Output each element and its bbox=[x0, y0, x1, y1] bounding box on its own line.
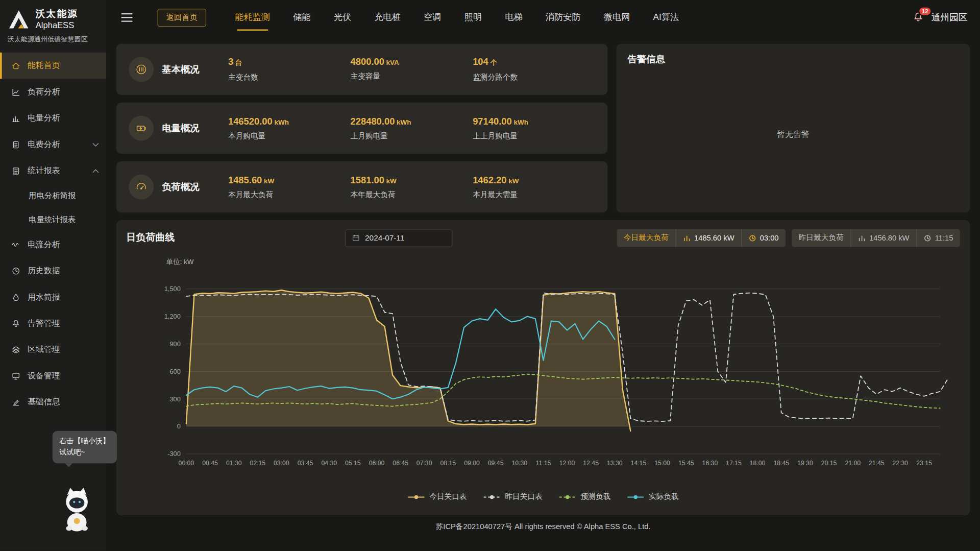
legend-item[interactable]: 实际负载 bbox=[627, 491, 679, 502]
sidebar-item-history-data[interactable]: 历史数据 bbox=[0, 257, 106, 283]
legend-item[interactable]: 预测负载 bbox=[559, 491, 611, 502]
sidebar-item-label: 负荷分析 bbox=[28, 86, 60, 98]
meter-icon bbox=[129, 57, 154, 82]
notification-bell[interactable]: 12 bbox=[912, 11, 924, 23]
stat: 228480.00kWh上月购电量 bbox=[351, 115, 473, 141]
gauge-icon bbox=[129, 175, 154, 200]
sidebar-item-report[interactable]: 统计报表 bbox=[0, 158, 106, 184]
water-icon bbox=[11, 292, 20, 301]
calendar-icon bbox=[352, 234, 360, 242]
footer: 苏ICP备2021040727号 All rights reserved © A… bbox=[116, 521, 970, 532]
overview-row: 基本概况3台主变台数4800.00kVA主变容量104个监测分路个数电量概况14… bbox=[116, 44, 970, 213]
svg-text:15:00: 15:00 bbox=[654, 460, 670, 467]
tab-elevator[interactable]: 电梯 bbox=[505, 0, 522, 35]
sidebar-item-label: 电费分析 bbox=[28, 139, 60, 150]
mascot-tooltip: 右击【喵小沃】 试试吧~ bbox=[53, 431, 117, 463]
date-value: 2024-07-11 bbox=[365, 233, 404, 242]
sidebar-item-area-mgmt[interactable]: 区域管理 bbox=[0, 337, 106, 363]
stat: 4800.00kVA主变容量 bbox=[351, 56, 473, 82]
svg-text:18:00: 18:00 bbox=[750, 460, 766, 467]
legend-marker-icon bbox=[483, 494, 501, 500]
svg-text:09:00: 09:00 bbox=[464, 460, 480, 467]
card-title: 负荷概况 bbox=[162, 181, 228, 193]
sidebar-item-current-analysis[interactable]: 电流分析 bbox=[0, 231, 106, 257]
tab-pv[interactable]: 光伏 bbox=[334, 0, 351, 35]
chart-title: 日负荷曲线 bbox=[126, 231, 196, 245]
tab-hvac[interactable]: 空调 bbox=[424, 0, 441, 35]
card-title: 基本概况 bbox=[162, 63, 228, 75]
svg-text:03:45: 03:45 bbox=[298, 460, 313, 467]
sidebar-item-energy-analysis[interactable]: 电量分析 bbox=[0, 105, 106, 131]
sidebar-item-basic-info[interactable]: 基础信息 bbox=[0, 389, 106, 415]
tab-energy-monitor[interactable]: 能耗监测 bbox=[235, 0, 270, 35]
notification-badge: 12 bbox=[918, 6, 932, 16]
sidebar: 沃太能源 AlphaESS 沃太能源通州低碳智慧园区 能耗首页负荷分析电量分析电… bbox=[0, 0, 106, 551]
sidebar-item-label: 区域管理 bbox=[28, 344, 60, 355]
svg-text:05:15: 05:15 bbox=[345, 460, 361, 467]
chevron-up-icon bbox=[92, 169, 99, 173]
today-max-badge: 今日最大负荷 1485.60 kW 03:00 bbox=[617, 229, 786, 247]
svg-text:17:15: 17:15 bbox=[726, 460, 742, 467]
sidebar-subitem-power-analysis-brief[interactable]: 用电分析简报 bbox=[0, 184, 106, 208]
svg-text:02:15: 02:15 bbox=[250, 460, 266, 467]
org-name[interactable]: 通州园区 bbox=[931, 12, 967, 23]
sidebar-item-device-mgmt[interactable]: 设备管理 bbox=[0, 363, 106, 389]
sidebar-item-fee-analysis[interactable]: 电费分析 bbox=[0, 131, 106, 157]
clock-icon bbox=[11, 266, 20, 275]
footer-text: 苏ICP备2021040727号 All rights reserved © A… bbox=[436, 522, 651, 531]
alarm-panel-title: 告警信息 bbox=[627, 54, 959, 65]
chart-legend: 今日关口表昨日关口表预测负载实际负载 bbox=[126, 491, 960, 502]
overview-card-basic: 基本概况3台主变台数4800.00kVA主变容量104个监测分路个数 bbox=[116, 44, 607, 95]
max-load-badges: 今日最大负荷 1485.60 kW 03:00 昨日最大负荷 bbox=[617, 229, 960, 247]
wave-icon bbox=[11, 240, 20, 249]
clock-icon bbox=[924, 234, 932, 242]
tab-ai-algorithm[interactable]: AI算法 bbox=[653, 0, 679, 35]
card-title: 电量概况 bbox=[162, 122, 228, 134]
sidebar-menu: 能耗首页负荷分析电量分析电费分析统计报表用电分析简报电量统计报表电流分析历史数据… bbox=[0, 53, 106, 415]
tab-microgrid[interactable]: 微电网 bbox=[604, 0, 630, 35]
menu-toggle-icon[interactable] bbox=[121, 13, 133, 22]
svg-text:10:30: 10:30 bbox=[511, 460, 527, 467]
legend-marker-icon bbox=[559, 494, 576, 500]
app-root: 沃太能源 AlphaESS 沃太能源通州低碳智慧园区 能耗首页负荷分析电量分析电… bbox=[0, 0, 980, 551]
stat: 97140.00kWh上上月购电量 bbox=[473, 115, 595, 141]
date-picker[interactable]: 2024-07-11 bbox=[345, 229, 453, 247]
sidebar-item-label: 统计报表 bbox=[28, 165, 60, 176]
legend-item[interactable]: 昨日关口表 bbox=[483, 491, 543, 502]
svg-text:08:15: 08:15 bbox=[440, 460, 456, 467]
legend-item[interactable]: 今日关口表 bbox=[407, 491, 467, 502]
logo: 沃太能源 AlphaESS bbox=[0, 0, 106, 33]
logo-subtitle: AlphaESS bbox=[36, 20, 78, 30]
overview-cards: 基本概况3台主变台数4800.00kVA主变容量104个监测分路个数电量概况14… bbox=[116, 44, 607, 213]
stat: 3台主变台数 bbox=[228, 56, 351, 82]
bar-chart-icon bbox=[11, 113, 20, 123]
svg-text:15:45: 15:45 bbox=[678, 460, 694, 467]
svg-text:23:15: 23:15 bbox=[916, 460, 932, 467]
yesterday-max-value: 1456.80 kW bbox=[850, 229, 916, 247]
chevron-down-icon bbox=[92, 142, 99, 147]
svg-text:13:30: 13:30 bbox=[607, 460, 623, 467]
tab-charging-pile[interactable]: 充电桩 bbox=[374, 0, 400, 35]
yesterday-max-label: 昨日最大负荷 bbox=[792, 229, 850, 247]
svg-text:19:30: 19:30 bbox=[797, 460, 813, 467]
mascot[interactable] bbox=[59, 485, 95, 534]
today-max-label: 今日最大负荷 bbox=[617, 229, 675, 247]
svg-text:04:30: 04:30 bbox=[321, 460, 337, 467]
stat: 146520.00kWh本月购电量 bbox=[228, 115, 351, 141]
sidebar-item-alarm-mgmt[interactable]: 告警管理 bbox=[0, 310, 106, 336]
svg-text:09:45: 09:45 bbox=[488, 460, 504, 467]
svg-text:900: 900 bbox=[169, 340, 180, 348]
y-axis-unit-label: 单位: kW bbox=[166, 257, 960, 266]
back-home-button[interactable]: 返回首页 bbox=[158, 9, 207, 27]
sidebar-subitem-energy-stat-report[interactable]: 电量统计报表 bbox=[0, 208, 106, 232]
sidebar-item-water-report[interactable]: 用水简报 bbox=[0, 284, 106, 310]
sidebar-item-energy-home[interactable]: 能耗首页 bbox=[0, 53, 106, 79]
tab-fire-security[interactable]: 消防安防 bbox=[546, 0, 581, 35]
overview-card-energy: 电量概况146520.00kWh本月购电量228480.00kWh上月购电量97… bbox=[116, 103, 607, 154]
tab-lighting[interactable]: 照明 bbox=[464, 0, 482, 35]
tab-storage[interactable]: 储能 bbox=[293, 0, 310, 35]
stat: 1581.00kW本年最大负荷 bbox=[351, 174, 473, 200]
sidebar-item-load-analysis[interactable]: 负荷分析 bbox=[0, 79, 106, 105]
bar-chart-icon bbox=[683, 234, 691, 242]
load-curve-chart[interactable]: 1,5001,2009006003000-30000:0000:4501:300… bbox=[126, 268, 960, 488]
